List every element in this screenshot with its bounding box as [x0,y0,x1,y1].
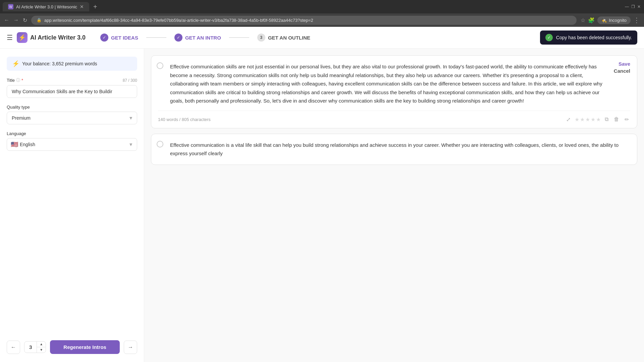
brand-name: AI Article Writer 3.0 [30,34,86,41]
edit-button-1[interactable]: ✏ [623,115,630,124]
step-3-number: 3 [257,34,265,42]
title-info-icon[interactable]: ⓘ [16,77,20,83]
sidebar: ⚡ Your balance: 3,652 premium words Titl… [0,49,144,362]
star-rating-1[interactable]: ★ ★ ★ ★ ★ [575,116,601,123]
step-1[interactable]: ✓ GET IDEAS [94,34,145,42]
toast-check-icon: ✓ [545,34,553,41]
article-text-2: Effective communication is a vital life … [158,141,630,158]
minimize-button[interactable]: — [625,4,629,9]
step-connector-1 [146,37,166,38]
incognito-label: Incognito [609,18,627,23]
browser-menu-button[interactable]: ⋮ [633,16,640,24]
toast-notification: ✓ Copy has been deleted successfully. [540,31,637,45]
back-button[interactable]: ← [4,17,9,23]
browser-tab[interactable]: W AI Article Writer 3.0 | Writesonic ✕ [3,2,89,11]
url-bar[interactable]: 🔒 app.writesonic.com/template/4af66c88-3… [31,16,577,25]
url-text: app.writesonic.com/template/4af66c88-34c… [44,18,313,23]
app-container: ☰ ⚡ AI Article Writer 3.0 ✓ GET IDEAS ✓ … [0,27,644,362]
step-nav: ✓ GET IDEAS ✓ GET AN INTRO 3 GET AN OUTL… [94,34,540,42]
balance-text: Your balance: 3,652 premium words [22,61,97,66]
stepper-buttons: ▲ ▼ [37,342,46,353]
star-3[interactable]: ★ [585,116,590,123]
star-1[interactable]: ★ [575,116,579,123]
star-2[interactable]: ★ [580,116,585,123]
brand-logo: ⚡ AI Article Writer 3.0 [17,32,86,43]
brand-icon: ⚡ [17,32,28,43]
quality-group: Quality type Premium ▼ [7,105,137,124]
title-char-count: 87 / 300 [123,78,137,83]
title-group: Title ⓘ * 87 / 300 [7,77,137,98]
step-1-label: GET IDEAS [111,35,138,41]
cancel-button[interactable]: Cancel [614,68,630,74]
quality-select-wrapper: Premium ▼ [7,112,137,124]
delete-button-1[interactable]: 🗑 [612,115,621,124]
address-actions: ☆ 🧩 🕵 Incognito ⋮ [581,16,640,24]
window-controls: — ❐ ✕ [625,4,641,9]
step-2-label: GET AN INTRO [185,35,221,41]
language-flag: 🇺🇸 [11,141,18,148]
quality-label: Quality type [7,105,137,110]
word-count-1: 140 words / 805 characters [158,117,211,122]
article-card-2: Effective communication is a vital life … [151,134,637,165]
title-input[interactable] [7,85,137,98]
address-bar: ← → ↻ 🔒 app.writesonic.com/template/4af6… [0,13,644,27]
title-label: Title ⓘ * 87 / 300 [7,77,137,83]
language-select-wrapper: 🇺🇸 English ▼ [7,138,137,151]
next-page-button[interactable]: → [124,341,137,354]
top-nav: ☰ ⚡ AI Article Writer 3.0 ✓ GET IDEAS ✓ … [0,27,644,49]
page-number: 3 [24,342,37,353]
card-selector-2[interactable] [157,141,163,147]
balance-bar: ⚡ Your balance: 3,652 premium words [7,57,137,71]
stepper-up-button[interactable]: ▲ [37,342,46,347]
bookmark-button[interactable]: ☆ [581,17,585,23]
card-actions-1: ⤢ ★ ★ ★ ★ ★ ⧉ 🗑 ✏ [566,115,630,124]
new-tab-button[interactable]: + [92,3,99,11]
browser-chrome: W AI Article Writer 3.0 | Writesonic ✕ +… [0,0,644,13]
stepper-down-button[interactable]: ▼ [37,347,46,353]
language-label: Language [7,131,137,136]
language-select[interactable]: English [7,138,137,151]
forward-button[interactable]: → [13,17,19,23]
step-3[interactable]: 3 GET AN OUTLINE [251,34,317,42]
language-group: Language 🇺🇸 English ▼ [7,131,137,151]
extensions-button[interactable]: 🧩 [588,17,595,23]
step-connector-2 [229,37,249,38]
article-area: Save Cancel Effective communication skil… [144,49,644,362]
tab-title: AI Article Writer 3.0 | Writesonic [16,4,77,9]
resize-icon: ⤢ [566,116,571,123]
step-1-check: ✓ [100,34,108,42]
tab-close-button[interactable]: ✕ [80,4,84,9]
copy-button-1[interactable]: ⧉ [603,115,610,124]
card-footer-1: 140 words / 805 characters ⤢ ★ ★ ★ ★ ★ ⧉… [158,111,630,128]
maximize-button[interactable]: ❐ [631,4,635,9]
toast-message: Copy has been deleted successfully. [556,35,632,40]
page-stepper: 3 ▲ ▼ [24,341,46,353]
prev-page-button[interactable]: ← [7,341,20,354]
regenerate-button[interactable]: Regenerate Intros [50,340,120,354]
save-cancel-buttons: Save Cancel [614,61,630,74]
hamburger-button[interactable]: ☰ [7,34,13,42]
step-2[interactable]: ✓ GET AN INTRO [168,34,228,42]
quality-select[interactable]: Premium [7,112,137,124]
main-content: ⚡ Your balance: 3,652 premium words Titl… [0,49,644,362]
article-text-1: Effective communication skills are not j… [158,62,630,105]
incognito-icon: 🕵 [601,18,607,23]
step-2-check: ✓ [174,34,182,42]
refresh-button[interactable]: ↻ [23,17,27,23]
tab-favicon: W [8,4,13,9]
step-3-label: GET AN OUTLINE [268,35,310,41]
sidebar-bottom: ← 3 ▲ ▼ Regenerate Intros → [7,340,137,354]
star-5[interactable]: ★ [596,116,601,123]
article-card-1: Save Cancel Effective communication skil… [151,55,637,128]
close-window-button[interactable]: ✕ [637,4,641,9]
incognito-badge: 🕵 Incognito [597,16,631,24]
balance-icon: ⚡ [12,60,19,67]
save-button[interactable]: Save [619,61,630,67]
star-4[interactable]: ★ [591,116,595,123]
lock-icon: 🔒 [37,18,42,22]
card-selector-1[interactable] [157,62,163,69]
title-required: * [21,78,23,83]
